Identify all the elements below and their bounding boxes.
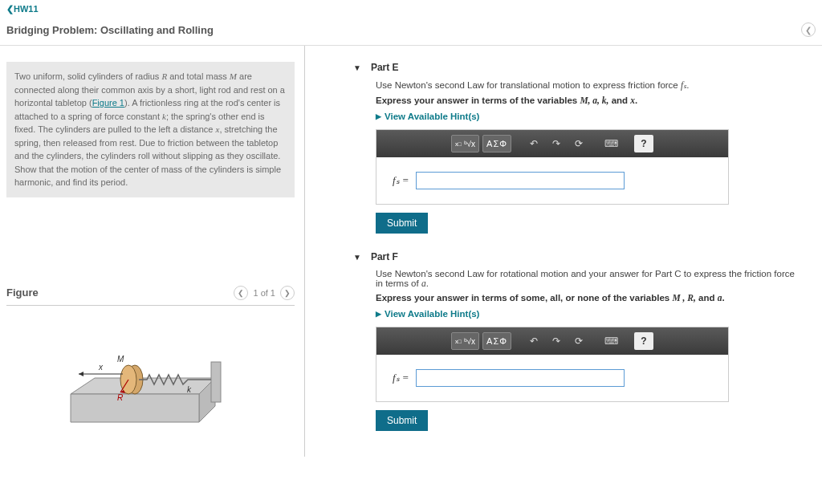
part-f-title: Part F	[371, 251, 398, 262]
svg-text:R: R	[117, 393, 123, 402]
cylinder-spring-diagram: x M R k	[55, 330, 247, 426]
part-e-hints-link[interactable]: ▶ View Available Hint(s)	[376, 112, 798, 121]
keyboard-button[interactable]: ⌨	[601, 135, 621, 152]
svg-text:M: M	[117, 355, 124, 364]
page-title: Bridging Problem: Oscillating and Rollin…	[6, 24, 214, 36]
svg-rect-3	[211, 362, 221, 402]
undo-button[interactable]: ↶	[524, 135, 543, 152]
problem-text: and total mass	[167, 71, 230, 81]
part-f-input-label: fₛ =	[393, 372, 409, 384]
undo-button[interactable]: ↶	[524, 332, 543, 350]
figure-section: Figure ❮ 1 of 1 ❯ x	[6, 286, 295, 442]
part-f-express: Express your answer in terms of some, al…	[376, 293, 798, 303]
part-e-input-label: fₛ =	[393, 174, 409, 187]
keyboard-button[interactable]: ⌨	[601, 332, 621, 350]
redo-button[interactable]: ↷	[547, 332, 566, 350]
figure-next-button[interactable]: ❯	[280, 286, 295, 300]
part-e-answer-input[interactable]	[416, 172, 625, 189]
part-f-hints-link[interactable]: ▶ View Available Hint(s)	[376, 309, 798, 319]
svg-marker-7	[79, 372, 83, 376]
help-button[interactable]: ?	[634, 135, 653, 152]
answer-toolbar: x□ ᵇ√x ΑΣΦ ↶ ↷ ⟳ ⌨ ?	[376, 130, 728, 157]
template-button[interactable]: x□ ᵇ√x	[451, 332, 479, 350]
reset-button[interactable]: ⟳	[569, 135, 588, 152]
triangle-right-icon: ▶	[376, 310, 381, 318]
problem-text: Two uniform, solid cylinders of radius	[14, 71, 161, 81]
part-f-answer-box: x□ ᵇ√x ΑΣΦ ↶ ↷ ⟳ ⌨ ? fₛ =	[376, 327, 729, 402]
prev-page-arrow[interactable]: ❮	[801, 22, 816, 37]
hints-text: View Available Hint(s)	[385, 112, 479, 121]
part-e-header[interactable]: ▼ Part E	[353, 62, 798, 73]
figure-counter: 1 of 1	[253, 288, 275, 298]
svg-marker-2	[71, 394, 199, 422]
part-e-answer-box: x□ ᵇ√x ΑΣΦ ↶ ↷ ⟳ ⌨ ? fₛ =	[376, 129, 729, 205]
greek-button[interactable]: ΑΣΦ	[482, 135, 511, 152]
left-column: Two uniform, solid cylinders of radius R…	[0, 46, 305, 457]
part-f-answer-input[interactable]	[416, 369, 625, 387]
answer-toolbar: x□ ᵇ√x ΑΣΦ ↶ ↷ ⟳ ⌨ ?	[376, 327, 728, 355]
part-e-instruction: Use Newton's second Law for translationa…	[376, 79, 798, 91]
template-button[interactable]: x□ ᵇ√x	[451, 135, 479, 152]
greek-button[interactable]: ΑΣΦ	[482, 332, 511, 350]
part-f: ▼ Part F Use Newton's second Law for rot…	[353, 251, 798, 431]
figure-title: Figure	[6, 287, 39, 299]
var-m: M	[230, 71, 237, 81]
problem-statement: Two uniform, solid cylinders of radius R…	[6, 62, 295, 197]
help-button[interactable]: ?	[634, 332, 653, 350]
part-e-title: Part E	[371, 62, 399, 73]
reset-button[interactable]: ⟳	[569, 332, 588, 350]
back-link[interactable]: ❮HW11	[6, 4, 39, 14]
hints-text: View Available Hint(s)	[385, 309, 479, 319]
triangle-right-icon: ▶	[376, 112, 381, 120]
part-e: ▼ Part E Use Newton's second Law for tra…	[353, 62, 798, 234]
figure-link[interactable]: Figure 1	[92, 98, 124, 108]
right-column: ▼ Part E Use Newton's second Law for tra…	[305, 46, 822, 457]
svg-text:x: x	[98, 363, 104, 372]
caret-down-icon: ▼	[353, 63, 361, 72]
part-f-submit-button[interactable]: Submit	[376, 410, 428, 431]
part-f-header[interactable]: ▼ Part F	[353, 251, 798, 262]
figure-image: x M R k	[6, 314, 295, 442]
redo-button[interactable]: ↷	[547, 135, 566, 152]
caret-down-icon: ▼	[353, 253, 361, 262]
part-e-submit-button[interactable]: Submit	[376, 213, 428, 234]
part-f-instruction: Use Newton's second Law for rotational m…	[376, 269, 798, 288]
part-e-express: Express your answer in terms of the vari…	[376, 96, 798, 105]
figure-prev-button[interactable]: ❮	[234, 286, 248, 300]
